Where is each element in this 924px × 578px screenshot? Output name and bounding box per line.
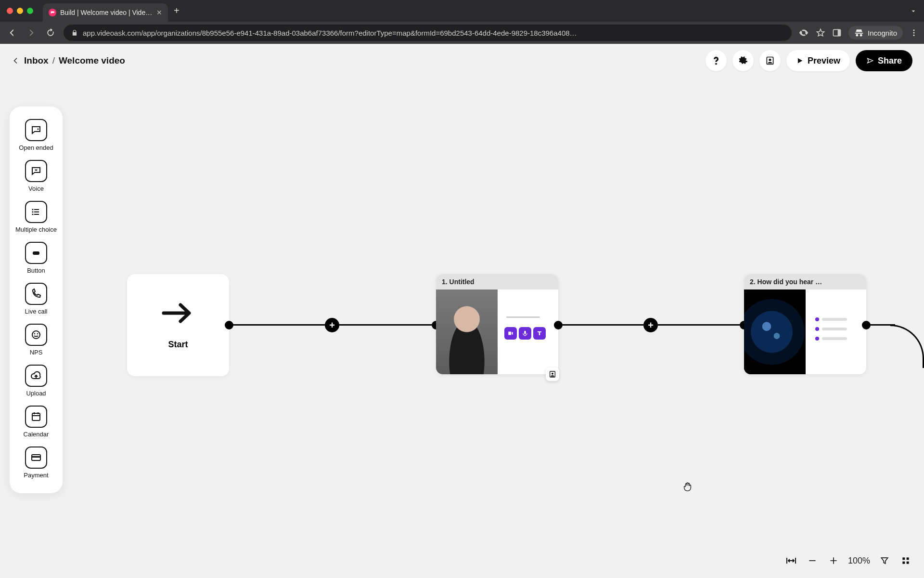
- breadcrumb-back-icon[interactable]: [12, 56, 20, 65]
- tool-open-ended[interactable]: Open ended: [13, 116, 59, 156]
- tool-label: Button: [27, 267, 45, 274]
- fit-width-button[interactable]: [784, 554, 798, 567]
- nav-forward-button[interactable]: [25, 26, 38, 39]
- start-node[interactable]: Start: [127, 274, 229, 376]
- url-bar[interactable]: app.videoask.com/app/organizations/8b955…: [64, 25, 792, 41]
- credit-card-icon: [25, 447, 47, 469]
- question-icon: [711, 56, 721, 66]
- tab-close-icon[interactable]: ✕: [156, 9, 162, 16]
- lock-icon: [71, 29, 78, 36]
- incognito-badge[interactable]: Incognito: [848, 26, 903, 39]
- tool-label: NPS: [30, 349, 43, 356]
- tool-live-call[interactable]: Live call: [13, 280, 59, 320]
- svg-point-10: [32, 214, 34, 215]
- share-button[interactable]: Share: [856, 50, 912, 71]
- help-button[interactable]: [706, 50, 727, 71]
- audio-answer-icon: [519, 327, 531, 340]
- filter-button[interactable]: [878, 554, 891, 567]
- add-node-button[interactable]: +: [325, 318, 339, 332]
- svg-rect-11: [33, 251, 39, 255]
- phone-icon: [25, 283, 47, 305]
- zoom-in-button[interactable]: [827, 554, 840, 567]
- incognito-label: Incognito: [868, 29, 897, 37]
- arrow-right-icon: [161, 301, 195, 325]
- svg-rect-17: [32, 456, 40, 458]
- tool-label: Open ended: [19, 144, 53, 151]
- preview-label: Preview: [808, 56, 840, 66]
- tool-label: Calendar: [24, 431, 49, 438]
- tool-button[interactable]: Button: [13, 239, 59, 279]
- grab-cursor-icon: [682, 481, 693, 492]
- tool-payment[interactable]: Payment: [13, 444, 59, 484]
- step-node-2[interactable]: 2. How did you hear …: [744, 274, 866, 374]
- zoom-out-button[interactable]: [806, 554, 819, 567]
- tab-title: Build | Welcome video | VideoA: [60, 9, 153, 16]
- app-header: Inbox / Welcome video Preview Share: [0, 44, 924, 78]
- svg-point-12: [32, 331, 40, 339]
- video-answer-icon: [504, 327, 517, 340]
- window-controls: [7, 8, 33, 14]
- preview-button[interactable]: Preview: [786, 50, 850, 71]
- tool-voice[interactable]: Voice: [13, 157, 59, 197]
- send-icon: [866, 57, 874, 65]
- contact-badge-icon[interactable]: [546, 368, 559, 381]
- browser-tab-strip: Build | Welcome video | VideoA ✕ +: [0, 0, 924, 22]
- svg-rect-22: [902, 562, 905, 564]
- voice-bubble-icon: [25, 160, 47, 182]
- settings-button[interactable]: [732, 50, 754, 71]
- svg-point-14: [37, 333, 38, 334]
- nav-reload-button[interactable]: [44, 26, 57, 39]
- step-thumbnail: [436, 289, 498, 374]
- tool-calendar[interactable]: Calendar: [13, 403, 59, 443]
- svg-rect-1: [838, 29, 841, 36]
- chat-bubble-icon: [25, 119, 47, 141]
- svg-point-3: [913, 32, 915, 34]
- svg-point-2: [913, 29, 915, 31]
- svg-point-6: [769, 59, 771, 61]
- calendar-icon: [25, 406, 47, 428]
- play-icon: [796, 57, 804, 65]
- step-node-1[interactable]: 1. Untitled: [436, 274, 558, 374]
- browser-tab[interactable]: Build | Welcome video | VideoA ✕: [43, 3, 168, 22]
- step-answer-preview: [498, 289, 558, 374]
- text-answer-icon: [533, 327, 546, 340]
- nav-back-button[interactable]: [6, 26, 18, 39]
- list-icon: [25, 201, 47, 223]
- contact-form-button[interactable]: [759, 50, 781, 71]
- tool-label: Voice: [28, 185, 44, 192]
- svg-rect-21: [907, 557, 909, 560]
- url-text: app.videoask.com/app/organizations/8b955…: [83, 29, 784, 37]
- svg-point-13: [34, 333, 35, 334]
- svg-point-4: [913, 35, 915, 36]
- tool-label: Payment: [24, 472, 48, 479]
- add-node-button[interactable]: +: [643, 318, 658, 332]
- kebab-menu-icon[interactable]: [910, 28, 918, 37]
- tool-multiple-choice[interactable]: Multiple choice: [13, 198, 59, 238]
- svg-point-9: [32, 211, 34, 213]
- smiley-icon: [25, 324, 47, 346]
- svg-rect-20: [902, 557, 905, 560]
- bookmark-star-icon[interactable]: [816, 28, 825, 38]
- start-label: Start: [168, 340, 188, 350]
- tabs-overflow-icon[interactable]: [910, 7, 917, 15]
- window-close-button[interactable]: [7, 8, 13, 14]
- tool-label: Multiple choice: [15, 226, 57, 233]
- flow-canvas[interactable]: Open ended Voice Multiple choice Button …: [0, 78, 924, 578]
- eye-off-icon[interactable]: [798, 27, 809, 38]
- breadcrumb-inbox-link[interactable]: Inbox: [24, 55, 49, 66]
- window-zoom-button[interactable]: [27, 8, 33, 14]
- breadcrumb-current: Welcome video: [59, 55, 125, 66]
- step-answer-preview: [806, 289, 866, 374]
- side-panel-icon[interactable]: [832, 28, 842, 38]
- tool-upload[interactable]: Upload: [13, 362, 59, 402]
- tool-nps[interactable]: NPS: [13, 321, 59, 361]
- window-minimize-button[interactable]: [17, 8, 23, 14]
- breadcrumb-separator: /: [52, 55, 55, 66]
- tool-label: Upload: [26, 390, 46, 397]
- new-tab-button[interactable]: +: [174, 5, 180, 16]
- tab-favicon-icon: [49, 9, 56, 16]
- gear-icon: [738, 56, 748, 66]
- browser-toolbar: app.videoask.com/app/organizations/8b955…: [0, 22, 924, 44]
- layout-grid-button[interactable]: [899, 554, 912, 567]
- zoom-controls: 100%: [784, 554, 912, 567]
